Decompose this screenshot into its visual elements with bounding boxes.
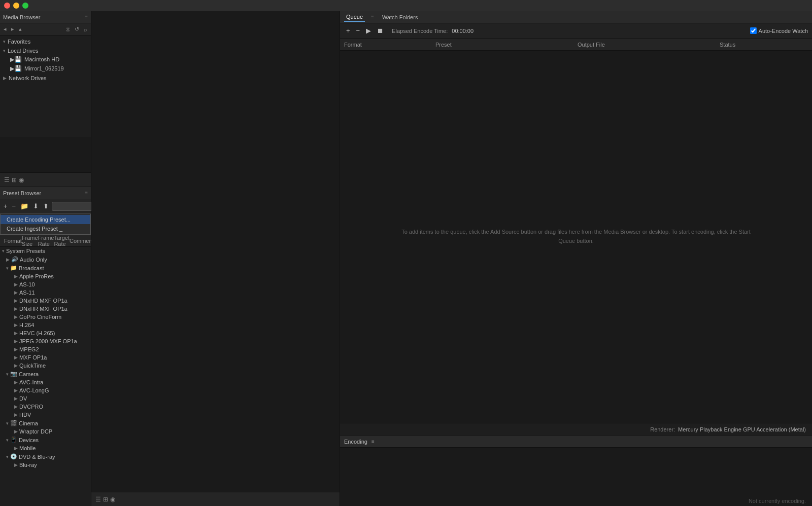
encoding-header: Encoding ≡ — [340, 436, 812, 448]
favorites-group[interactable]: ▾ Favorites — [0, 38, 91, 46]
devices-group[interactable]: ▾ 📱 Devices — [0, 436, 91, 444]
audio-only-chevron: ▶ — [6, 257, 10, 262]
filmstrip-view-button[interactable]: ◉ — [19, 176, 24, 184]
grid-view-button[interactable]: ⊞ — [12, 176, 17, 184]
wraptor-label: Wraptor DCP — [19, 428, 52, 435]
preset-browser-menu-icon[interactable]: ≡ — [85, 190, 88, 196]
mpeg2-item[interactable]: ▶ MPEG2 — [0, 345, 91, 353]
dvd-item[interactable]: ▶ DVD — [0, 469, 91, 471]
mobile-item[interactable]: ▶ Mobile — [0, 444, 91, 452]
mxfop1a-item[interactable]: ▶ MXF OP1a — [0, 353, 91, 362]
remove-item-button[interactable]: − — [354, 26, 362, 35]
center-media-view — [91, 11, 340, 492]
bluray-item[interactable]: ▶ Blu-ray — [0, 461, 91, 469]
output-file-column-header: Output File — [578, 42, 720, 48]
broadcast-group[interactable]: ▾ 📁 Broadcast — [0, 264, 91, 272]
forward-button[interactable]: ▸ — [10, 25, 16, 33]
dnxhr-item[interactable]: ▶ DNxHR MXF OP1a — [0, 305, 91, 313]
cinema-group[interactable]: ▾ 🎬 Cinema — [0, 419, 91, 427]
camera-icon: 📷 — [10, 371, 17, 377]
queue-menu-icon[interactable]: ≡ — [371, 14, 374, 20]
as10-item[interactable]: ▶ AS-10 — [0, 280, 91, 288]
queue-tab[interactable]: Queue — [344, 13, 365, 22]
auto-encode-watch[interactable]: Auto-Encode Watch — [750, 27, 808, 34]
as10-chevron: ▶ — [14, 282, 18, 287]
encoding-menu-icon[interactable]: ≡ — [371, 439, 375, 444]
dvcpro-item[interactable]: ▶ DVCPRO — [0, 403, 91, 411]
hdv-item[interactable]: ▶ HDV — [0, 411, 91, 419]
local-drives-label: Local Drives — [8, 48, 39, 54]
refresh-button[interactable]: ↺ — [73, 25, 81, 33]
list-view-button[interactable]: ☰ — [4, 176, 10, 184]
camera-group[interactable]: ▾ 📷 Camera — [0, 370, 91, 378]
queue-empty-area: To add items to the queue, click the Add… — [340, 51, 812, 423]
media-view-toolbar: ☰ ⊞ ◉ — [0, 172, 91, 187]
elapsed-label: Elapsed Encode Time: — [392, 28, 448, 34]
remove-preset-button[interactable]: − — [11, 202, 18, 210]
close-button[interactable] — [4, 3, 10, 9]
title-bar — [0, 0, 812, 11]
mirror1-item[interactable]: ▶ 💾 Mirror1_062519 — [0, 64, 91, 73]
mpeg2-label: MPEG2 — [19, 346, 39, 352]
elapsed-time-value: 00:00:00 — [452, 28, 473, 34]
cinema-icon: 🎬 — [10, 420, 17, 426]
dv-item[interactable]: ▶ DV — [0, 394, 91, 403]
back-button[interactable]: ◂ — [2, 25, 8, 33]
dv-chevron: ▶ — [14, 396, 18, 401]
quicktime-label: QuickTime — [19, 363, 46, 369]
quicktime-item[interactable]: ▶ QuickTime — [0, 362, 91, 370]
create-encoding-preset-item[interactable]: Create Encoding Preset... — [1, 215, 90, 224]
avcintra-item[interactable]: ▶ AVC-Intra — [0, 378, 91, 386]
network-drives-chevron: ▶ — [3, 76, 7, 81]
auto-encode-checkbox[interactable] — [750, 27, 757, 34]
add-preset-button[interactable]: + — [2, 202, 9, 210]
center-grid-view-button[interactable]: ⊞ — [103, 496, 108, 503]
mirror1-label: Mirror1_062519 — [24, 65, 64, 71]
hevc-item[interactable]: ▶ HEVC (H.265) — [0, 329, 91, 337]
devices-chevron: ▾ — [6, 438, 9, 443]
broadcast-label: Broadcast — [19, 265, 44, 271]
search-button[interactable]: ⌕ — [82, 26, 89, 33]
hdd-icon: 💾 — [14, 56, 22, 63]
watch-folders-tab[interactable]: Watch Folders — [380, 13, 420, 21]
wraptor-item[interactable]: ▶ Wraptor DCP — [0, 427, 91, 436]
up-button[interactable]: ▴ — [17, 25, 23, 33]
center-filmstrip-view-button[interactable]: ◉ — [110, 496, 115, 503]
file-tree: ▾ Favorites ▾ Local Drives ▶ 💾 Macintosh… — [0, 35, 91, 137]
filter-button[interactable]: ⧖ — [64, 25, 72, 33]
encoding-section: Encoding ≡ Not currently encoding. — [340, 435, 812, 506]
add-source-button[interactable]: + — [344, 26, 352, 35]
as11-item[interactable]: ▶ AS-11 — [0, 288, 91, 297]
media-browser-title: Media Browser — [3, 14, 40, 20]
network-drives-group[interactable]: ▶ Network Drives — [0, 74, 91, 82]
macintosh-hd-label: Macintosh HD — [24, 56, 59, 62]
h264-item[interactable]: ▶ H.264 — [0, 321, 91, 329]
right-panel: Queue ≡ Watch Folders + − ▶ ⏹ Elapsed En… — [340, 11, 812, 506]
center-list-view-button[interactable]: ☰ — [95, 496, 101, 503]
dnxhr-label: DNxHR MXF OP1a — [19, 306, 67, 312]
minimize-button[interactable] — [13, 3, 19, 9]
import-preset-button[interactable]: ⬇ — [31, 202, 40, 210]
maximize-button[interactable] — [22, 3, 28, 9]
folder-preset-button[interactable]: 📁 — [19, 202, 30, 210]
dvd-bluray-group[interactable]: ▾ 💿 DVD & Blu-ray — [0, 452, 91, 461]
system-presets-group[interactable]: ▾ System Presets — [0, 247, 91, 255]
dnxhd-item[interactable]: ▶ DNxHD MXF OP1a — [0, 297, 91, 305]
start-queue-button[interactable]: ▶ — [364, 26, 373, 35]
local-drives-group[interactable]: ▾ Local Drives — [0, 47, 91, 55]
media-browser-menu-icon[interactable]: ≡ — [85, 14, 88, 20]
local-drives-section: ▾ Local Drives ▶ 💾 Macintosh HD ▶ 💾 Mirr… — [0, 47, 91, 73]
macintosh-hd-item[interactable]: ▶ 💾 Macintosh HD — [0, 55, 91, 64]
gopro-item[interactable]: ▶ GoPro CineForm — [0, 313, 91, 321]
avclongg-item[interactable]: ▶ AVC-LongG — [0, 386, 91, 394]
stop-queue-button[interactable]: ⏹ — [375, 26, 386, 35]
export-preset-button[interactable]: ⬆ — [42, 202, 50, 210]
format-col-header: Format — [4, 238, 22, 244]
apple-prores-item[interactable]: ▶ Apple ProRes — [0, 272, 91, 280]
jpeg2000-item[interactable]: ▶ JPEG 2000 MXF OP1a — [0, 337, 91, 345]
queue-empty-message: To add items to the queue, click the Add… — [398, 228, 754, 245]
audio-only-item[interactable]: ▶ 🔊 Audio Only — [0, 255, 91, 264]
format-column-header: Format — [344, 42, 435, 48]
create-ingest-preset-item[interactable]: Create Ingest Preset _ — [1, 224, 90, 233]
wraptor-chevron: ▶ — [14, 429, 18, 434]
